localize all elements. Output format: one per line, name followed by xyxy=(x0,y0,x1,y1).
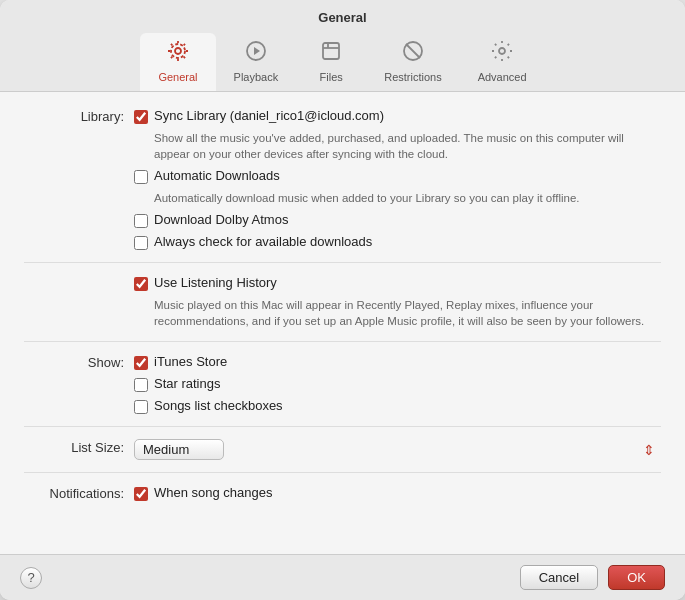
sync-library-label: Sync Library (daniel_rico1@icloud.com) xyxy=(154,108,384,123)
check-downloads-checkbox[interactable] xyxy=(134,236,148,250)
select-arrow-icon: ⇕ xyxy=(643,442,655,458)
tab-playback[interactable]: Playback xyxy=(216,33,297,91)
list-size-section: List Size: Small Medium Large ⇕ xyxy=(24,439,661,473)
list-size-select-wrapper: Small Medium Large ⇕ xyxy=(134,439,661,460)
auto-downloads-label: Automatic Downloads xyxy=(154,168,280,183)
list-size-label: List Size: xyxy=(24,439,134,455)
notifications-controls: When song changes xyxy=(134,485,661,501)
list-size-control: Small Medium Large ⇕ xyxy=(134,439,661,460)
sync-library-checkbox-row: Sync Library (daniel_rico1@icloud.com) xyxy=(134,108,661,124)
main-content: Library: Sync Library (daniel_rico1@iclo… xyxy=(0,92,685,554)
check-downloads-label: Always check for available downloads xyxy=(154,234,372,249)
dolby-atmos-label: Download Dolby Atmos xyxy=(154,212,288,227)
listening-controls: Use Listening History Music played on th… xyxy=(134,275,661,329)
tab-files[interactable]: Files xyxy=(296,33,366,91)
use-history-label: Use Listening History xyxy=(154,275,277,290)
dolby-atmos-checkbox[interactable] xyxy=(134,214,148,228)
footer-buttons: Cancel OK xyxy=(520,565,665,590)
show-row: Show: iTunes Store Star ratings Songs li… xyxy=(24,354,661,414)
tab-bar: General Playback xyxy=(140,33,544,91)
help-button[interactable]: ? xyxy=(20,567,42,589)
songs-checkboxes-label: Songs list checkboxes xyxy=(154,398,283,413)
song-changes-label: When song changes xyxy=(154,485,273,500)
tab-restrictions-label: Restrictions xyxy=(384,71,441,83)
song-changes-checkbox[interactable] xyxy=(134,487,148,501)
tab-advanced[interactable]: Advanced xyxy=(460,33,545,91)
use-history-description: Music played on this Mac will appear in … xyxy=(154,297,661,329)
notifications-label: Notifications: xyxy=(24,485,134,501)
tab-general-label: General xyxy=(158,71,197,83)
titlebar: General General xyxy=(0,0,685,92)
dolby-atmos-row: Download Dolby Atmos xyxy=(134,212,661,228)
library-section: Library: Sync Library (daniel_rico1@iclo… xyxy=(24,108,661,263)
auto-downloads-checkbox[interactable] xyxy=(134,170,148,184)
tab-files-label: Files xyxy=(320,71,343,83)
sync-library-checkbox[interactable] xyxy=(134,110,148,124)
footer: ? Cancel OK xyxy=(0,554,685,600)
library-controls: Sync Library (daniel_rico1@icloud.com) S… xyxy=(134,108,661,250)
playback-icon xyxy=(244,39,268,69)
sync-library-description: Show all the music you've added, purchas… xyxy=(154,130,661,162)
svg-line-6 xyxy=(406,44,420,58)
tab-playback-label: Playback xyxy=(234,71,279,83)
star-ratings-row: Star ratings xyxy=(134,376,661,392)
notifications-row: Notifications: When song changes xyxy=(24,485,661,501)
general-icon xyxy=(166,39,190,69)
cancel-button[interactable]: Cancel xyxy=(520,565,598,590)
restrictions-icon xyxy=(401,39,425,69)
itunes-store-row: iTunes Store xyxy=(134,354,661,370)
listening-label-spacer xyxy=(24,275,134,276)
song-changes-row: When song changes xyxy=(134,485,661,501)
auto-downloads-description: Automatically download music when added … xyxy=(154,190,661,206)
tab-advanced-label: Advanced xyxy=(478,71,527,83)
sync-library-row: Library: Sync Library (daniel_rico1@iclo… xyxy=(24,108,661,250)
star-ratings-checkbox[interactable] xyxy=(134,378,148,392)
list-size-select[interactable]: Small Medium Large xyxy=(134,439,224,460)
window-title: General xyxy=(318,10,366,25)
advanced-icon xyxy=(490,39,514,69)
check-downloads-row: Always check for available downloads xyxy=(134,234,661,250)
svg-rect-4 xyxy=(323,43,339,59)
list-size-row: List Size: Small Medium Large ⇕ xyxy=(24,439,661,460)
itunes-store-checkbox[interactable] xyxy=(134,356,148,370)
show-controls: iTunes Store Star ratings Songs list che… xyxy=(134,354,661,414)
svg-point-1 xyxy=(171,44,185,58)
listening-row: Use Listening History Music played on th… xyxy=(24,275,661,329)
library-label: Library: xyxy=(24,108,134,124)
listening-section: Use Listening History Music played on th… xyxy=(24,275,661,342)
use-history-row: Use Listening History xyxy=(134,275,661,291)
star-ratings-label: Star ratings xyxy=(154,376,220,391)
preferences-window: General General xyxy=(0,0,685,600)
songs-checkboxes-checkbox[interactable] xyxy=(134,400,148,414)
svg-marker-3 xyxy=(254,47,260,55)
use-history-checkbox[interactable] xyxy=(134,277,148,291)
itunes-store-label: iTunes Store xyxy=(154,354,227,369)
ok-button[interactable]: OK xyxy=(608,565,665,590)
songs-checkboxes-row: Songs list checkboxes xyxy=(134,398,661,414)
tab-general[interactable]: General xyxy=(140,33,215,91)
notifications-section: Notifications: When song changes xyxy=(24,485,661,513)
auto-downloads-row: Automatic Downloads xyxy=(134,168,661,184)
tab-restrictions[interactable]: Restrictions xyxy=(366,33,459,91)
show-label: Show: xyxy=(24,354,134,370)
svg-point-7 xyxy=(499,48,505,54)
files-icon xyxy=(319,39,343,69)
svg-point-0 xyxy=(175,48,181,54)
show-section: Show: iTunes Store Star ratings Songs li… xyxy=(24,354,661,427)
